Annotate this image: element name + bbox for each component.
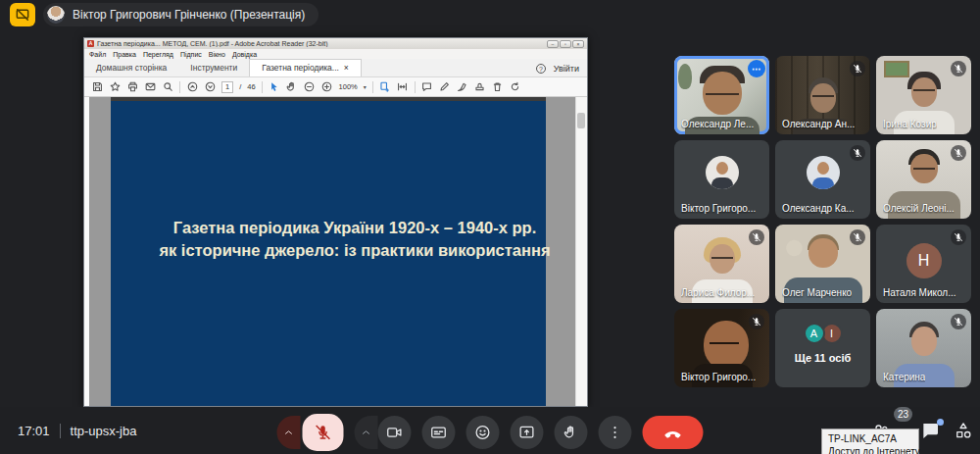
initial-avatar: Н — [906, 243, 942, 278]
mic-options-chevron[interactable] — [277, 416, 301, 449]
menu-sign[interactable]: Підпис — [180, 51, 202, 58]
zoom-out-icon[interactable] — [304, 81, 316, 93]
activities-icon[interactable] — [953, 420, 974, 441]
maximize-button[interactable]: ▫ — [560, 40, 571, 48]
page-number-input[interactable]: 1 — [221, 81, 233, 93]
window-title: Газетна періодика... МЕТОД, СЕМ. (1).pdf… — [97, 40, 544, 47]
fit-width-icon[interactable] — [397, 81, 409, 93]
search-icon[interactable] — [162, 81, 173, 93]
acrobat-reader-window: A Газетна періодика... МЕТОД, СЕМ. (1).p… — [83, 37, 588, 407]
clock: 17:01 — [18, 424, 50, 438]
close-button[interactable]: × — [572, 40, 584, 48]
stamp-icon[interactable] — [474, 81, 486, 93]
top-bar: Віктор Григорович Грінченко (Презентація… — [0, 0, 980, 29]
trash-icon[interactable] — [492, 81, 504, 93]
participant-grid: ⋯ Олександр Ле... Олександр Ан... Ірина … — [674, 56, 971, 387]
window-title-bar[interactable]: A Газетна періодика... МЕТОД, СЕМ. (1).p… — [84, 38, 587, 49]
painting-decor — [884, 61, 909, 77]
side-pane-strip[interactable] — [84, 97, 89, 406]
participant-tile[interactable]: Катерина — [876, 309, 971, 387]
raise-hand-button[interactable] — [555, 416, 588, 449]
present-button[interactable] — [511, 416, 544, 449]
reactions-button[interactable] — [466, 416, 500, 449]
hand-tool-icon[interactable] — [286, 81, 298, 93]
menu-view[interactable]: Перегляд — [143, 51, 173, 58]
page-up-icon[interactable] — [186, 81, 198, 93]
email-icon[interactable] — [144, 81, 156, 93]
mic-mute-button[interactable] — [303, 414, 344, 451]
select-tool-icon[interactable] — [269, 81, 280, 93]
stacked-avatar: А — [804, 323, 825, 344]
participant-tile[interactable]: Олексій Леоні... — [876, 140, 971, 219]
vertical-scrollbar[interactable] — [575, 97, 587, 406]
sign-in-button[interactable]: Увійти — [554, 64, 579, 74]
document-view[interactable]: Газетна періодика України 1920-х – 1940-… — [84, 97, 587, 406]
export-pdf-icon[interactable] — [379, 81, 391, 93]
more-options-button[interactable] — [599, 416, 632, 449]
pencil-icon[interactable] — [439, 81, 451, 93]
avatar — [706, 156, 739, 189]
mic-muted-icon — [850, 145, 865, 161]
tab-document[interactable]: Газетна періодика... × — [249, 59, 362, 76]
camera-button[interactable] — [378, 416, 412, 449]
participant-tile[interactable]: Н Наталя Микол... — [876, 225, 971, 303]
participant-tile[interactable]: Лариса Филор... — [674, 225, 769, 303]
star-icon[interactable] — [109, 81, 121, 93]
refresh-icon[interactable] — [510, 81, 521, 93]
tooltip-network-status: Доступ до Інтернету — [828, 445, 912, 454]
participant-tile[interactable]: Віктор Григоро... — [674, 140, 769, 219]
help-icon[interactable]: ? — [536, 64, 546, 74]
pdf-toolbar: 1 / 46 100% ▾ — [84, 77, 587, 97]
zoom-caret-icon[interactable]: ▾ — [364, 83, 367, 90]
participant-tile[interactable]: Олександр Ан... — [775, 56, 870, 134]
minimize-button[interactable]: – — [547, 40, 559, 48]
zoom-in-icon[interactable] — [321, 81, 333, 93]
participant-name: Олексій Леоні... — [883, 203, 955, 214]
tab-bar: Домашня сторінка Інструменти Газетна пер… — [84, 59, 587, 77]
menu-window[interactable]: Вікно — [209, 51, 225, 58]
presenter-pill[interactable]: Віктор Григорович Грінченко (Презентація… — [43, 3, 318, 26]
participant-tile[interactable]: Віктор Григоро... — [674, 309, 769, 387]
pdf-slide-page: Газетна періодика України 1920-х – 1940-… — [111, 101, 546, 406]
tab-tools[interactable]: Інструменти — [178, 60, 249, 76]
participant-tile[interactable]: Олександр Ка... — [775, 140, 870, 219]
more-participants-tile[interactable]: А І Ще 11 осіб — [775, 309, 870, 387]
tile-options-icon[interactable]: ⋯ — [748, 60, 765, 77]
menu-bar: Файл Правка Перегляд Підпис Вікно Довідк… — [84, 49, 587, 59]
fill-sign-icon[interactable] — [457, 81, 468, 93]
mic-muted-icon — [951, 61, 966, 76]
presentation-off-icon[interactable] — [10, 3, 35, 26]
captions-button[interactable] — [422, 416, 456, 449]
participant-name: Віктор Григоро... — [681, 372, 756, 382]
mic-muted-icon — [951, 145, 966, 161]
meeting-code: ttp-upsx-jba — [60, 424, 137, 438]
comment-icon[interactable] — [421, 81, 433, 93]
camera-options-chevron[interactable] — [355, 416, 378, 449]
print-icon[interactable] — [126, 81, 138, 93]
mic-muted-icon — [850, 229, 865, 245]
participant-tile[interactable]: Ірина Козир — [876, 56, 971, 134]
call-controls — [277, 414, 704, 451]
zoom-level[interactable]: 100% — [339, 82, 358, 91]
mic-muted-icon — [850, 61, 865, 76]
plant-decor — [678, 64, 692, 89]
network-tooltip: TP-LINK_AC7A Доступ до Інтернету — [821, 429, 919, 454]
avatar-stack: А І — [804, 323, 843, 344]
save-icon[interactable] — [91, 81, 103, 93]
participant-tile[interactable]: ⋯ Олександр Ле... — [674, 56, 769, 134]
tab-home[interactable]: Домашня сторінка — [84, 60, 178, 76]
participant-tile[interactable]: Олег Марченко — [775, 225, 870, 303]
menu-help[interactable]: Довідка — [232, 51, 257, 58]
participant-name: Ірина Козир — [883, 119, 937, 129]
more-participants-label: Ще 11 осіб — [775, 352, 870, 364]
tooltip-network-name: TP-LINK_AC7A — [828, 432, 912, 445]
tab-close-icon[interactable]: × — [344, 63, 349, 73]
page-down-icon[interactable] — [204, 81, 216, 93]
acrobat-app-icon: A — [87, 40, 94, 47]
menu-file[interactable]: Файл — [89, 51, 106, 58]
slide-title: Газетна періодика України 1920-х – 1940-… — [137, 217, 572, 262]
mic-muted-icon — [951, 314, 966, 329]
mic-muted-icon — [749, 229, 764, 245]
menu-edit[interactable]: Правка — [113, 51, 136, 58]
scrollbar-thumb[interactable] — [577, 113, 585, 128]
